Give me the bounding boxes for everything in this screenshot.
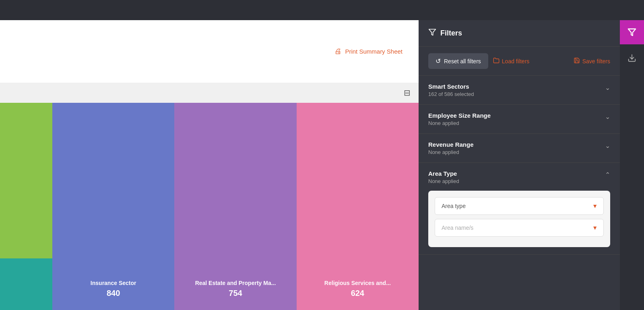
filter-section-area-type: Area Type None applied ⌃ ▼ Area type	[419, 163, 620, 255]
treemap-cell-blue-label: Insurance Sector	[91, 280, 136, 286]
filter-toggle-icon	[627, 28, 636, 37]
svg-marker-0	[429, 29, 436, 35]
treemap-cell-teal	[0, 258, 52, 310]
revenue-range-chevron-down-icon: ⌄	[605, 142, 610, 150]
print-icon: 🖨	[334, 47, 342, 56]
filter-funnel-icon	[428, 28, 436, 38]
right-icons-panel	[620, 20, 644, 310]
treemap-cell-pink-label: Religious Services and...	[324, 280, 391, 286]
sliders-icon[interactable]: ⊟	[404, 88, 411, 98]
treemap-col-left	[0, 103, 52, 310]
print-summary-label: Print Summary Sheet	[345, 48, 402, 55]
smart-sectors-title: Smart Sectors	[428, 83, 474, 90]
area-type-subtitle: None applied	[428, 178, 459, 184]
area-type-expanded-content: ▼ Area type ▼ Area name/s	[428, 191, 610, 247]
employee-size-title: Employee Size Range	[428, 112, 491, 119]
load-filters-button[interactable]: Load filters	[493, 57, 529, 65]
print-summary-button[interactable]: 🖨 Print Summary Sheet	[334, 47, 402, 56]
revenue-range-subtitle: None applied	[428, 149, 474, 155]
employee-size-header[interactable]: Employee Size Range None applied ⌄	[428, 112, 610, 126]
svg-marker-1	[628, 29, 636, 36]
filter-section-revenue-range: Revenue Range None applied ⌄	[419, 134, 620, 163]
treemap-cell-purple: Real Estate and Property Ma... 754	[174, 103, 296, 310]
smart-sectors-header[interactable]: Smart Sectors 162 of 586 selected ⌄	[428, 83, 610, 97]
filter-toggle-button[interactable]	[620, 20, 644, 44]
treemap-cell-pink-value: 624	[351, 289, 364, 298]
save-file-icon	[574, 57, 580, 65]
chart-toolbar: ⊟	[0, 83, 419, 103]
filter-section-smart-sectors: Smart Sectors 162 of 586 selected ⌄	[419, 76, 620, 105]
filters-panel: Filters ↺ Reset all filters Load filters	[419, 20, 620, 310]
area-type-title: Area Type	[428, 170, 459, 177]
area-type-select-row: ▼ Area type	[435, 197, 604, 215]
download-button[interactable]	[620, 46, 644, 70]
filter-section-employee-size: Employee Size Range None applied ⌄	[419, 105, 620, 134]
download-icon	[627, 54, 636, 62]
treemap-cell-purple-value: 754	[229, 289, 242, 298]
save-filters-button[interactable]: Save filters	[574, 57, 610, 65]
revenue-range-title: Revenue Range	[428, 141, 474, 148]
treemap-cell-blue-value: 840	[107, 289, 120, 298]
smart-sectors-subtitle: 162 of 586 selected	[428, 91, 474, 97]
filters-title: Filters	[440, 29, 462, 37]
chart-header: 🖨 Print Summary Sheet	[0, 20, 419, 83]
reset-label: Reset all filters	[444, 58, 481, 64]
save-filters-label: Save filters	[582, 58, 610, 64]
area-name-select-row: ▼ Area name/s	[435, 219, 604, 237]
treemap-cell-blue: Insurance Sector 840	[52, 103, 174, 310]
filters-actions: ↺ Reset all filters Load filters	[419, 47, 620, 76]
employee-size-subtitle: None applied	[428, 120, 491, 126]
revenue-range-header[interactable]: Revenue Range None applied ⌄	[428, 141, 610, 155]
area-type-header[interactable]: Area Type None applied ⌃	[428, 170, 610, 184]
filters-header: Filters	[419, 20, 620, 47]
reset-icon: ↺	[436, 57, 441, 65]
load-folder-icon	[493, 57, 500, 65]
load-filters-label: Load filters	[502, 58, 529, 64]
treemap-cell-purple-label: Real Estate and Property Ma...	[195, 280, 276, 286]
employee-size-chevron-down-icon: ⌄	[605, 113, 610, 121]
smart-sectors-chevron-down-icon: ⌄	[605, 84, 610, 92]
treemap-cell-pink: Religious Services and... 624	[297, 103, 419, 310]
area-type-chevron-up-icon: ⌃	[605, 171, 610, 179]
treemap: Insurance Sector 840 Real Estate and Pro…	[0, 103, 419, 310]
reset-all-filters-button[interactable]: ↺ Reset all filters	[428, 53, 488, 69]
treemap-cell-green	[0, 103, 52, 258]
